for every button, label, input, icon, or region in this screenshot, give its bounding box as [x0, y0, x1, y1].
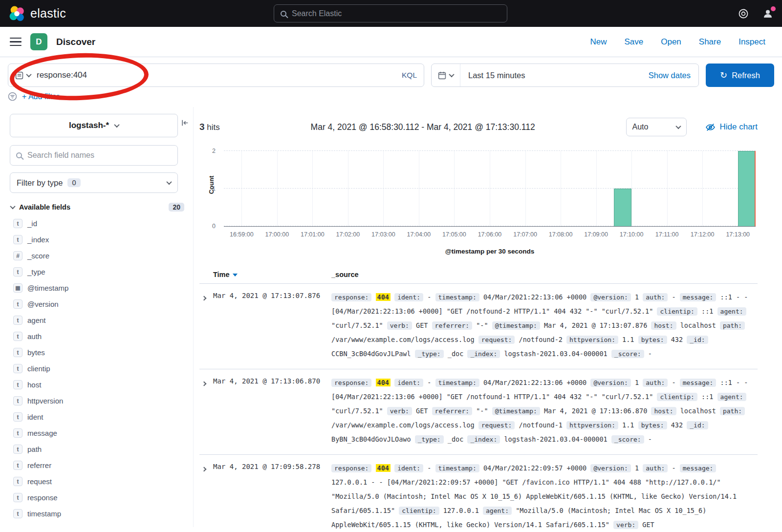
field-key-badge[interactable]: _score:	[611, 350, 644, 358]
elastic-logo[interactable]: elastic	[9, 5, 66, 22]
field-item-path[interactable]: tpath	[10, 441, 186, 457]
field-item-response[interactable]: tresponse	[10, 489, 186, 506]
add-filter-button[interactable]: + Add filter	[22, 92, 59, 101]
field-item-timestamp[interactable]: ttimestamp	[10, 506, 186, 522]
histogram-bar[interactable]	[614, 189, 631, 226]
index-pattern-select[interactable]: logstash-*	[10, 114, 178, 137]
field-key-badge[interactable]: message:	[680, 293, 717, 301]
user-menu-icon[interactable]	[762, 8, 773, 19]
field-key-badge[interactable]: timestamp:	[435, 379, 479, 387]
field-key-badge[interactable]: agent:	[717, 393, 746, 401]
field-key-badge[interactable]: ident:	[394, 379, 423, 387]
field-key-badge[interactable]: response:	[331, 464, 371, 472]
field-key-badge[interactable]: @timestamp:	[492, 321, 540, 330]
header-action-inspect[interactable]: Inspect	[739, 37, 765, 47]
field-key-badge[interactable]: httpversion:	[566, 421, 618, 429]
header-action-save[interactable]: Save	[624, 37, 643, 47]
interval-select[interactable]: Auto	[626, 118, 687, 136]
show-dates-button[interactable]: Show dates	[649, 71, 698, 80]
expand-row-button[interactable]	[199, 290, 213, 302]
field-item-request[interactable]: trequest	[10, 473, 186, 489]
field-key-badge[interactable]: _id:	[687, 336, 708, 344]
kql-button[interactable]: KQL	[397, 71, 417, 80]
field-item-httpversion[interactable]: thttpversion	[10, 393, 186, 409]
field-key-badge[interactable]: clientip:	[657, 393, 697, 401]
discover-app-icon[interactable]: D	[30, 33, 47, 50]
help-icon[interactable]	[738, 8, 749, 19]
field-item-id[interactable]: t_id	[10, 215, 186, 232]
field-key-badge[interactable]: @timestamp:	[492, 407, 540, 415]
field-key-badge[interactable]: clientip:	[657, 307, 697, 316]
field-key-badge[interactable]: referrer:	[432, 407, 472, 415]
field-item-index[interactable]: t_index	[10, 232, 186, 248]
field-key-badge[interactable]: message:	[680, 464, 717, 472]
field-key-badge[interactable]: _index:	[467, 350, 500, 358]
field-item-timestamp[interactable]: ▦@timestamp	[10, 280, 186, 296]
saved-query-menu-button[interactable]	[15, 71, 31, 80]
field-key-badge[interactable]: _index:	[467, 435, 500, 444]
field-key-badge[interactable]: response:	[331, 293, 371, 301]
filter-icon[interactable]	[8, 92, 17, 101]
filter-by-type-button[interactable]: Filter by type 0	[10, 172, 178, 193]
field-key-badge[interactable]: auth:	[643, 293, 668, 301]
field-key-badge[interactable]: clientip:	[399, 507, 439, 515]
expand-row-button[interactable]	[199, 461, 213, 473]
field-key-badge[interactable]: auth:	[643, 464, 668, 472]
expand-row-button[interactable]	[199, 376, 213, 387]
field-item-host[interactable]: thost	[10, 377, 186, 393]
available-fields-header[interactable]: Available fields 20	[10, 203, 186, 212]
field-item-bytes[interactable]: tbytes	[10, 344, 186, 361]
hide-chart-button[interactable]: Hide chart	[705, 122, 758, 132]
field-key-badge[interactable]: agent:	[483, 507, 512, 515]
field-key-badge[interactable]: request:	[478, 336, 515, 344]
field-item-auth[interactable]: tauth	[10, 328, 186, 344]
field-item-clientip[interactable]: tclientip	[10, 361, 186, 377]
field-key-badge[interactable]: verb:	[387, 407, 412, 415]
field-item-referrer[interactable]: treferrer	[10, 457, 186, 473]
collapse-sidebar-icon[interactable]	[181, 119, 189, 127]
field-key-badge[interactable]: host:	[651, 321, 676, 330]
field-item-version[interactable]: t@version	[10, 296, 186, 312]
field-key-badge[interactable]: @version:	[590, 293, 630, 301]
header-action-new[interactable]: New	[590, 37, 607, 47]
field-key-badge[interactable]: path:	[720, 407, 745, 415]
field-key-badge[interactable]: _type:	[415, 435, 444, 444]
field-item-agent[interactable]: tagent	[10, 312, 186, 328]
field-key-badge[interactable]: timestamp:	[435, 293, 479, 301]
field-key-badge[interactable]: timestamp:	[435, 464, 479, 472]
header-action-open[interactable]: Open	[661, 37, 681, 47]
histogram-bar[interactable]	[738, 151, 756, 226]
field-key-badge[interactable]: @version:	[590, 464, 630, 472]
field-search-input[interactable]: Search field names	[10, 145, 178, 166]
field-key-badge[interactable]: message:	[680, 379, 717, 387]
field-item-type[interactable]: t_type	[10, 264, 186, 280]
header-action-share[interactable]: Share	[699, 37, 721, 47]
field-key-badge[interactable]: agent:	[717, 307, 746, 316]
field-key-badge[interactable]: bytes:	[638, 336, 667, 344]
field-key-badge[interactable]: path:	[720, 321, 745, 330]
field-item-ident[interactable]: tident	[10, 409, 186, 425]
field-key-badge[interactable]: verb:	[387, 321, 412, 330]
query-input[interactable]: response:404 KQL	[8, 64, 424, 87]
field-key-badge[interactable]: httpversion:	[566, 336, 618, 344]
field-key-badge[interactable]: request:	[478, 421, 515, 429]
date-quick-select-button[interactable]	[432, 64, 460, 86]
refresh-button[interactable]: ↻ Refresh	[706, 64, 774, 87]
time-column-header[interactable]: Time	[213, 271, 331, 278]
field-key-badge[interactable]: ident:	[394, 293, 423, 301]
field-item-message[interactable]: tmessage	[10, 425, 186, 441]
field-key-badge[interactable]: response:	[331, 379, 371, 387]
field-item-score[interactable]: #_score	[10, 248, 186, 264]
field-key-badge[interactable]: _id:	[687, 421, 708, 429]
field-key-badge[interactable]: ident:	[394, 464, 423, 472]
field-key-badge[interactable]: @version:	[590, 379, 630, 387]
field-key-badge[interactable]: verb:	[613, 521, 638, 529]
field-key-badge[interactable]: host:	[651, 407, 676, 415]
field-key-badge[interactable]: auth:	[643, 379, 668, 387]
global-search-input[interactable]: Search Elastic	[274, 4, 507, 22]
time-range-value[interactable]: Last 15 minutes	[468, 71, 525, 80]
field-key-badge[interactable]: bytes:	[638, 421, 667, 429]
field-key-badge[interactable]: _type:	[415, 350, 444, 358]
field-key-badge[interactable]: _score:	[611, 435, 644, 444]
field-key-badge[interactable]: referrer:	[432, 321, 472, 330]
